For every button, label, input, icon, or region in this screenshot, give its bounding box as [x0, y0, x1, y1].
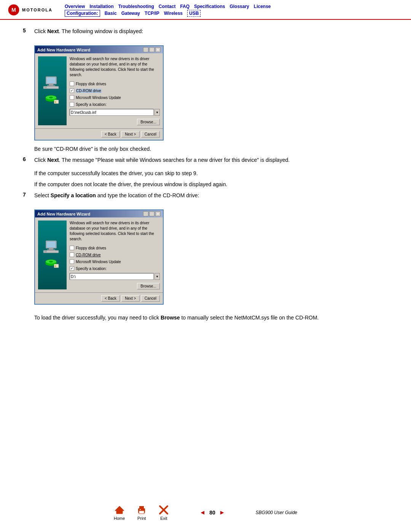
svg-rect-16	[49, 248, 53, 249]
wizard-2-browse-area: Browse...	[70, 283, 160, 289]
wizard-2-cb-cdrom: CD-ROM drive	[70, 252, 160, 257]
svg-rect-25	[54, 265, 56, 267]
wizard-2-back-btn[interactable]: < Back	[101, 295, 120, 302]
wizard-1-floppy-label: Floppy disk drives	[76, 82, 106, 86]
wizard-1-cancel-btn[interactable]: Cancel	[141, 131, 160, 137]
wizard-2-titlebar: Add New Hardware Wizard _ □ ✕	[35, 210, 163, 217]
step-6-sub1: If the computer successfully locates the…	[34, 169, 388, 177]
wizard-1-cb-msupdate: Microsoft Windows Update	[70, 95, 160, 100]
wizard-1-cdrom-checkbox[interactable]: ✓	[70, 88, 74, 93]
wizard-1-maximize-btn[interactable]: □	[149, 47, 155, 52]
print-button[interactable]: Print	[136, 505, 147, 521]
wizard-2-location-input[interactable]	[70, 273, 154, 280]
wizard-1-location-input[interactable]	[70, 109, 154, 116]
svg-rect-30	[139, 511, 144, 514]
wizard-1-back-btn[interactable]: < Back	[101, 131, 120, 137]
svg-rect-31	[140, 509, 141, 510]
nav-troubleshooting[interactable]: Troubleshooting	[118, 4, 154, 9]
logo-area: M MOTOROLA	[8, 4, 53, 16]
nav-license[interactable]: License	[254, 4, 271, 9]
nav-contact[interactable]: Contact	[159, 4, 176, 9]
wizard-2-msupdate-checkbox[interactable]	[70, 259, 74, 264]
wizard-2-cancel-btn[interactable]: Cancel	[141, 295, 160, 302]
home-label: Home	[114, 516, 125, 521]
wizard-1-specify-checkbox[interactable]	[70, 102, 74, 107]
home-button[interactable]: Home	[114, 505, 125, 521]
wizard-2-cb-specify: ✓ Specify a location:	[70, 266, 160, 271]
wizard-2-specify-checkbox[interactable]: ✓	[70, 266, 74, 271]
wizard-2-cdrom-label: CD-ROM drive	[76, 253, 101, 257]
wizard-2-cdrom-checkbox[interactable]	[70, 252, 74, 257]
print-icon	[136, 505, 147, 515]
step-7-block: 7 Select Specify a location and type the…	[23, 192, 388, 200]
wizard-1-location-field: ▼	[70, 109, 160, 116]
wizard-2-intro: Windows will search for new drivers in i…	[70, 220, 160, 242]
svg-point-23	[49, 261, 53, 263]
wizard-2-location-field: ▼	[70, 273, 160, 280]
wizard-2-titlebar-buttons: _ □ ✕	[143, 211, 161, 216]
step-6-text: Click Next. The message "Please wait whi…	[34, 156, 290, 164]
header: M MOTOROLA Overview Installation Trouble…	[0, 0, 411, 20]
wizard-2-close-btn[interactable]: ✕	[155, 211, 161, 216]
nav-overview[interactable]: Overview	[65, 4, 85, 9]
wizard-1-msupdate-checkbox[interactable]	[70, 95, 74, 100]
prev-page-arrow[interactable]: ◄	[199, 509, 206, 516]
wizard-dialog-1-container: Add New Hardware Wizard _ □ ✕	[34, 45, 164, 141]
wizard-dialog-1: Add New Hardware Wizard _ □ ✕	[34, 45, 164, 141]
step-5-number: 5	[23, 27, 30, 35]
wizard-2-maximize-btn[interactable]: □	[149, 211, 155, 216]
nav-gateway[interactable]: Gateway	[121, 11, 140, 16]
step-7-text: Select Specify a location and type the l…	[34, 192, 199, 200]
svg-rect-7	[44, 87, 46, 88]
next-page-arrow[interactable]: ►	[219, 509, 225, 516]
nav-top-row: Overview Installation Troubleshooting Co…	[65, 4, 271, 9]
nav-glossary[interactable]: Glossary	[229, 4, 249, 9]
wizard-2-floppy-checkbox[interactable]	[70, 246, 74, 250]
wizard-2-title: Add New Hardware Wizard	[37, 212, 90, 216]
exit-button[interactable]: Exit	[158, 505, 169, 521]
disk-icon-2	[45, 257, 60, 271]
nav-wireless[interactable]: Wireless	[164, 11, 183, 16]
nav-usb[interactable]: USB	[187, 10, 201, 17]
svg-text:M: M	[11, 7, 16, 13]
wizard-1-minimize-btn[interactable]: _	[143, 47, 148, 52]
nav-faq[interactable]: FAQ	[180, 4, 190, 9]
wizard-1-intro: Windows will search for new drivers in i…	[70, 56, 160, 78]
page-footer: Home Print Exit ◄ 80 ► SBG900 User Guide	[0, 505, 411, 521]
wizard-2-browse-btn[interactable]: Browse...	[137, 283, 160, 289]
wizard-2-location-dropdown[interactable]: ▼	[155, 273, 160, 280]
exit-label: Exit	[160, 516, 167, 521]
print-label: Print	[137, 516, 146, 521]
nav-basic[interactable]: Basic	[105, 11, 117, 16]
wizard-1-close-btn[interactable]: ✕	[155, 47, 161, 52]
wizard-1-cb-cdrom: ✓ CD-ROM drive	[70, 88, 160, 93]
step-6-sub2: If the computer does not locate the driv…	[34, 181, 388, 189]
svg-rect-3	[46, 77, 56, 84]
wizard-1-body: Windows will search for new drivers in i…	[35, 53, 163, 128]
nav-configuration[interactable]: Configuration:	[65, 10, 100, 17]
nav-tcpip[interactable]: TCP/IP	[145, 11, 159, 16]
footer-nav-icons: Home Print Exit	[114, 505, 169, 521]
motorola-logo-icon: M	[8, 4, 20, 16]
wizard-1-floppy-checkbox[interactable]	[70, 81, 74, 86]
wizard-2-body: Windows will search for new drivers in i…	[35, 217, 163, 292]
svg-rect-27	[118, 511, 121, 514]
wizard-1-location-dropdown[interactable]: ▼	[155, 109, 160, 116]
footer-page-nav: ◄ 80 ►	[199, 509, 225, 516]
wizard-2-minimize-btn[interactable]: _	[143, 211, 148, 216]
wizard-2-msupdate-label: Microsoft Windows Update	[76, 260, 121, 264]
wizard-2-next-btn[interactable]: Next >	[121, 295, 140, 302]
wizard-1-msupdate-label: Microsoft Windows Update	[76, 96, 121, 100]
svg-rect-15	[46, 241, 56, 248]
wizard-dialog-2: Add New Hardware Wizard _ □ ✕	[34, 209, 164, 305]
pc-icon	[43, 75, 62, 90]
wizard-1-browse-btn[interactable]: Browse...	[137, 119, 160, 125]
motorola-brand-text: MOTOROLA	[22, 8, 53, 12]
wizard-1-specify-label: Specify a location:	[76, 102, 107, 107]
home-icon	[114, 505, 125, 515]
wizard-2-content: Windows will search for new drivers in i…	[70, 220, 160, 289]
nav-installation[interactable]: Installation	[89, 4, 113, 9]
nav-specifications[interactable]: Specifications	[194, 4, 225, 9]
wizard-2-cb-floppy: Floppy disk drives	[70, 246, 160, 250]
wizard-1-next-btn[interactable]: Next >	[121, 131, 140, 137]
